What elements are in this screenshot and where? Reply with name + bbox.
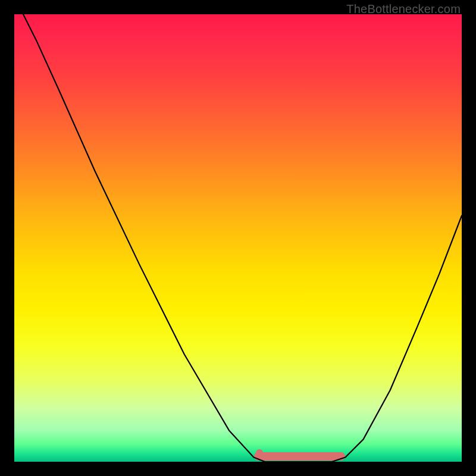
curve-layer xyxy=(14,14,462,462)
watermark-text: TheBottlenecker.com xyxy=(346,2,461,16)
bottleneck-curve xyxy=(23,14,462,462)
optimal-point-dot xyxy=(256,449,263,456)
chart-frame: TheBottlenecker.com xyxy=(0,0,476,476)
plot-area xyxy=(14,14,462,462)
